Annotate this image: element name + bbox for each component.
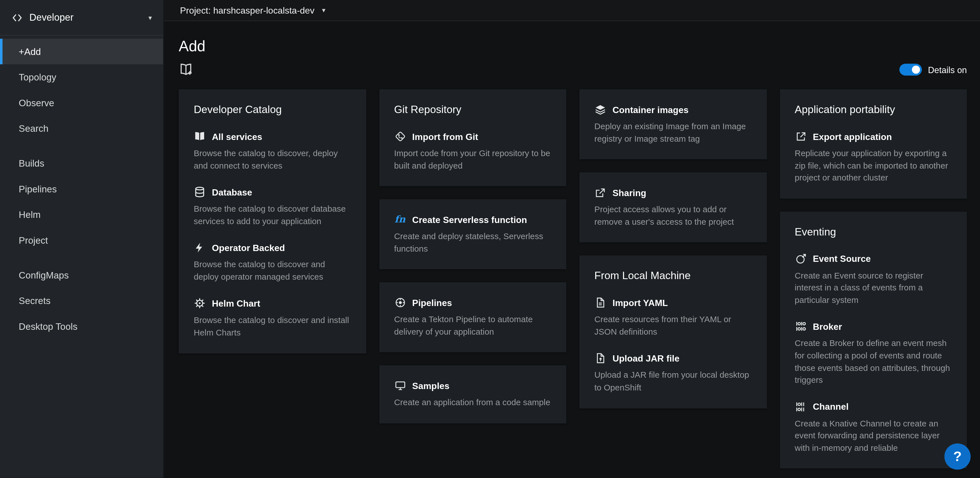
card-from-local-machine: From Local Machine Import YAML Create re… — [579, 256, 767, 408]
cards-column-1: Developer Catalog All services Browse th… — [179, 89, 366, 353]
main-area: Project: harshcasper-localsta-dev ▾ Add … — [164, 0, 980, 478]
card-pipelines: Pipelines Create a Tekton Pipeline to au… — [379, 283, 566, 353]
project-selector-label: Project: harshcasper-localsta-dev — [180, 5, 315, 15]
page-title: Add — [179, 37, 967, 55]
perspective-label: Developer — [30, 12, 74, 23]
sidebar-item-configmaps[interactable]: ConfigMaps — [0, 262, 163, 288]
card-title: Developer Catalog — [194, 104, 351, 116]
card-item-all-services[interactable]: All services Browse the catalog to disco… — [194, 130, 351, 172]
card-serverless-function: fn Create Serverless function Create and… — [379, 199, 566, 269]
card-item-operator-backed[interactable]: Operator Backed Browse the catalog to di… — [194, 242, 351, 283]
project-bar: Project: harshcasper-localsta-dev ▾ — [164, 0, 980, 21]
card-item-container-images[interactable]: Container images Deploy an existing Imag… — [594, 104, 751, 145]
page-header-row: Details on — [179, 62, 967, 77]
card-container-images: Container images Deploy an existing Imag… — [579, 89, 767, 159]
card-item-broker[interactable]: Broker Create a Broker to define an even… — [795, 321, 952, 386]
file-upload-icon — [594, 353, 606, 364]
helm-icon — [194, 297, 205, 310]
sidebar-item-search[interactable]: Search — [0, 116, 163, 141]
card-git-repository: Git Repository Import from Git Import co… — [379, 89, 566, 186]
share-icon — [594, 187, 606, 199]
cards-column-2: Git Repository Import from Git Import co… — [379, 89, 566, 423]
sidebar-nav: +Add Topology Observe Search Builds Pipe… — [0, 36, 163, 339]
code-icon — [11, 12, 23, 24]
sidebar-item-observe[interactable]: Observe — [0, 90, 163, 115]
card-item-channel[interactable]: Channel Create a Knative Channel to crea… — [795, 401, 952, 454]
card-item-upload-jar-file[interactable]: Upload JAR file Upload a JAR file from y… — [594, 353, 751, 394]
card-sharing: Sharing Project access allows you to add… — [579, 173, 767, 243]
card-item-database[interactable]: Database Browse the catalog to discover … — [194, 186, 351, 227]
chevron-down-icon: ▾ — [322, 7, 326, 14]
card-developer-catalog: Developer Catalog All services Browse th… — [179, 89, 366, 353]
add-cards-grid: Developer Catalog All services Browse th… — [179, 89, 967, 468]
sidebar: Developer ▾ +Add Topology Observe Search… — [0, 0, 164, 478]
sidebar-item-project[interactable]: Project — [0, 227, 163, 253]
project-selector[interactable]: Project: harshcasper-localsta-dev ▾ — [180, 5, 326, 15]
card-title: Git Repository — [394, 104, 551, 116]
card-item-pipelines[interactable]: Pipelines Create a Tekton Pipeline to au… — [394, 297, 551, 338]
toggle-knob — [912, 65, 920, 74]
card-item-samples[interactable]: Samples Create an application from a cod… — [394, 380, 551, 409]
sidebar-item-helm[interactable]: Helm — [0, 202, 163, 227]
sidebar-item-add[interactable]: +Add — [0, 39, 163, 64]
card-title: From Local Machine — [594, 270, 751, 283]
channel-icon — [795, 401, 807, 413]
fn-icon: fn — [394, 214, 406, 226]
quick-starts-icon[interactable] — [179, 62, 193, 77]
pipelines-icon — [394, 297, 406, 308]
card-item-helm-chart[interactable]: Helm Chart Browse the catalog to discove… — [194, 297, 351, 339]
card-application-portability: Application portability Export applicati… — [780, 89, 967, 199]
details-toggle-wrap: Details on — [899, 64, 967, 75]
broker-icon — [795, 321, 807, 333]
export-icon — [795, 130, 807, 143]
sidebar-item-desktop-tools[interactable]: Desktop Tools — [0, 313, 163, 339]
sidebar-item-builds[interactable]: Builds — [0, 151, 163, 176]
card-item-sharing[interactable]: Sharing Project access allows you to add… — [594, 187, 751, 228]
layers-icon — [594, 104, 606, 116]
card-item-event-source[interactable]: Event Source Create an Event source to r… — [795, 253, 952, 306]
card-title: Eventing — [795, 226, 952, 238]
card-item-export-application[interactable]: Export application Replicate your applic… — [795, 130, 952, 184]
sidebar-item-pipelines[interactable]: Pipelines — [0, 176, 163, 202]
file-icon — [594, 297, 606, 308]
git-icon — [394, 130, 406, 143]
details-toggle-label: Details on — [928, 65, 967, 75]
event-source-icon — [795, 253, 807, 265]
card-item-import-yaml[interactable]: Import YAML Create resources from their … — [594, 297, 751, 338]
card-samples: Samples Create an application from a cod… — [379, 365, 566, 423]
details-toggle[interactable] — [899, 64, 921, 75]
catalog-icon — [194, 130, 205, 143]
add-page: Add Details on Developer Catalog — [164, 21, 980, 478]
card-eventing: Eventing Event Source Create an Event so… — [780, 212, 967, 468]
cards-column-3: Container images Deploy an existing Imag… — [579, 89, 767, 408]
bolt-icon — [194, 242, 205, 254]
sidebar-item-secrets[interactable]: Secrets — [0, 288, 163, 313]
cards-column-4: Application portability Export applicati… — [780, 89, 967, 468]
card-item-import-from-git[interactable]: Import from Git Import code from your Gi… — [394, 130, 551, 172]
samples-icon — [394, 380, 406, 392]
card-item-create-serverless-function[interactable]: fn Create Serverless function Create and… — [394, 214, 551, 255]
card-title: Application portability — [795, 104, 952, 116]
database-icon — [194, 186, 205, 198]
chevron-down-icon: ▾ — [148, 14, 152, 21]
app-window: Developer ▾ +Add Topology Observe Search… — [0, 0, 980, 478]
sidebar-item-topology[interactable]: Topology — [0, 64, 163, 90]
perspective-switcher[interactable]: Developer ▾ — [0, 0, 163, 36]
